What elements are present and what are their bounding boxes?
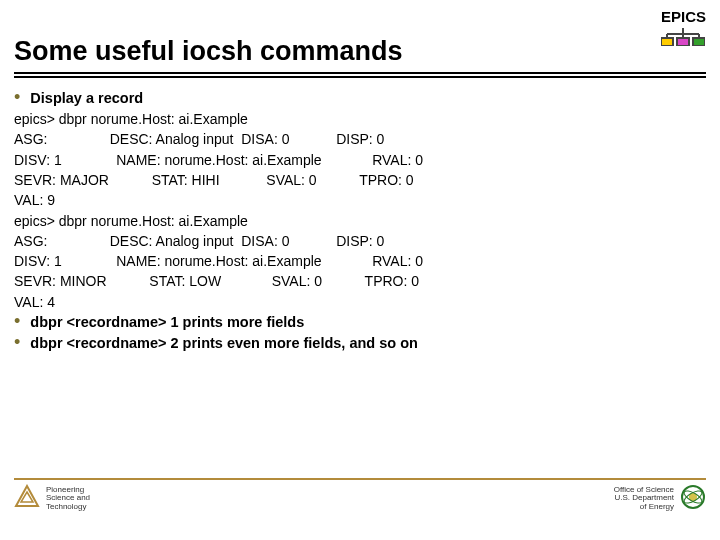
svg-marker-8: [16, 486, 38, 506]
bullet-text: Display a record: [30, 88, 143, 109]
epics-logo-region: EPICS: [661, 8, 706, 46]
argonne-logo-icon: [14, 484, 40, 510]
code-block: epics> dbpr norume.Host: ai.Example ASG:…: [14, 109, 706, 312]
bullet-item: • Display a record: [14, 88, 706, 109]
footer-left-text: Pioneering Science and Technology: [46, 486, 90, 511]
slide-footer: Pioneering Science and Technology Office…: [0, 486, 720, 526]
bullet-text: dbpr <recordname> 2 prints even more fie…: [30, 333, 418, 354]
svg-rect-5: [661, 38, 673, 46]
footer-left-line: Technology: [46, 503, 90, 511]
bullet-item: • dbpr <recordname> 2 prints even more f…: [14, 333, 706, 354]
slide: EPICS Some useful iocsh commands • Displ…: [0, 0, 720, 540]
slide-title: Some useful iocsh commands: [14, 36, 403, 67]
bullet-icon: •: [14, 88, 30, 106]
doe-logo-icon: [680, 484, 706, 510]
svg-rect-6: [677, 38, 689, 46]
footer-rule: [14, 478, 706, 480]
bullet-item: • dbpr <recordname> 1 prints more fields: [14, 312, 706, 333]
epics-logo-text: EPICS: [661, 8, 706, 25]
title-underline: [14, 72, 706, 74]
footer-right-line: of Energy: [614, 503, 674, 511]
footer-right-text: Office of Science U.S. Department of Ene…: [614, 486, 674, 511]
bullet-text: dbpr <recordname> 1 prints more fields: [30, 312, 304, 333]
bullet-icon: •: [14, 312, 30, 330]
bullet-icon: •: [14, 333, 30, 351]
epics-logo-icon: [661, 28, 705, 46]
slide-content: • Display a record epics> dbpr norume.Ho…: [14, 88, 706, 354]
title-underline: [14, 76, 706, 78]
svg-rect-7: [693, 38, 705, 46]
